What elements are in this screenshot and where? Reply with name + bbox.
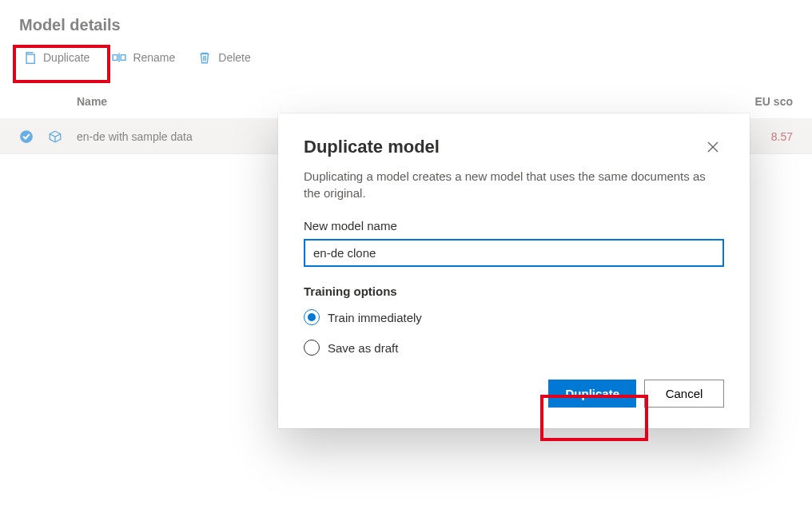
radio-checked-icon: [304, 309, 320, 325]
training-options-group: Train immediately Save as draft: [304, 309, 724, 356]
dialog-cancel-button[interactable]: Cancel: [644, 380, 724, 408]
dialog-title: Duplicate model: [304, 137, 440, 157]
radio-save-as-draft-label: Save as draft: [328, 341, 398, 355]
radio-train-immediately-label: Train immediately: [328, 311, 422, 324]
radio-train-immediately[interactable]: Train immediately: [304, 309, 724, 325]
close-icon: [707, 141, 718, 153]
radio-unchecked-icon: [304, 340, 320, 356]
dialog-description: Duplicating a model creates a new model …: [304, 168, 724, 201]
new-model-name-input[interactable]: [304, 239, 724, 267]
dialog-duplicate-button[interactable]: Duplicate: [548, 380, 636, 408]
radio-save-as-draft[interactable]: Save as draft: [304, 340, 724, 356]
close-button[interactable]: [702, 136, 724, 158]
training-options-label: Training options: [304, 284, 724, 298]
duplicate-model-dialog: Duplicate model Duplicating a model crea…: [278, 113, 750, 428]
new-model-name-label: New model name: [304, 219, 724, 233]
